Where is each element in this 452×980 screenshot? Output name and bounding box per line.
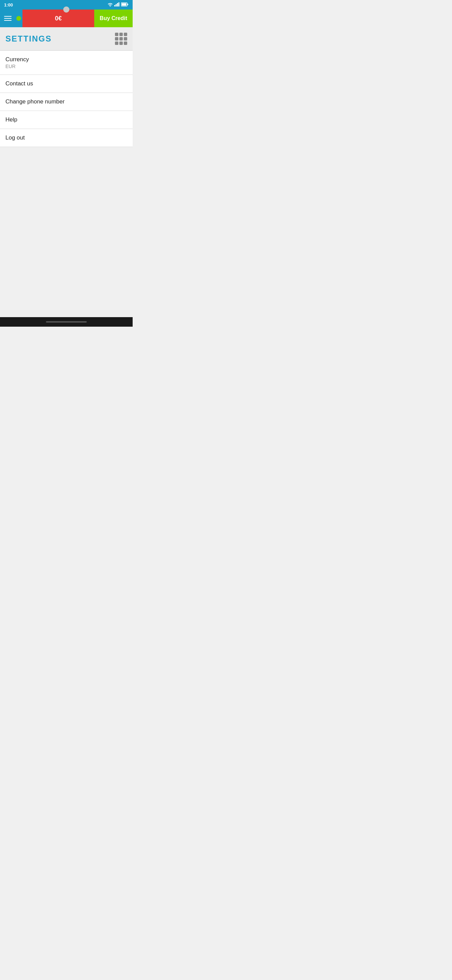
wifi-icon bbox=[108, 2, 113, 7]
settings-title: SETTINGS bbox=[5, 34, 52, 43]
status-dot bbox=[16, 16, 21, 21]
svg-rect-3 bbox=[118, 2, 119, 6]
empty-content-area bbox=[0, 147, 133, 317]
home-bar bbox=[46, 321, 87, 323]
help-label: Help bbox=[5, 116, 127, 123]
svg-rect-1 bbox=[116, 4, 117, 6]
grid-apps-icon[interactable] bbox=[115, 33, 127, 45]
signal-icon bbox=[114, 2, 120, 7]
contact-us-label: Contact us bbox=[5, 80, 127, 87]
svg-rect-5 bbox=[122, 3, 127, 6]
svg-rect-0 bbox=[114, 5, 115, 6]
hamburger-menu-button[interactable] bbox=[0, 13, 16, 24]
credit-amount-display: 0€ bbox=[22, 10, 94, 27]
buy-credit-button[interactable]: Buy Credit bbox=[94, 10, 133, 27]
currency-value: EUR bbox=[5, 64, 127, 69]
change-phone-label: Change phone number bbox=[5, 98, 127, 105]
settings-item-change-phone[interactable]: Change phone number bbox=[0, 93, 133, 111]
status-time: 1:00 bbox=[4, 2, 13, 8]
hamburger-line-2 bbox=[4, 18, 11, 19]
svg-rect-6 bbox=[127, 4, 128, 5]
log-out-label: Log out bbox=[5, 134, 127, 141]
battery-icon bbox=[121, 2, 128, 7]
home-indicator bbox=[0, 317, 133, 327]
status-icons bbox=[108, 2, 128, 7]
nav-circle-indicator bbox=[63, 6, 70, 13]
currency-label: Currency bbox=[5, 56, 127, 63]
hamburger-line-1 bbox=[4, 16, 11, 17]
top-nav: 0€ Buy Credit bbox=[0, 10, 133, 27]
settings-item-contact-us[interactable]: Contact us bbox=[0, 75, 133, 93]
settings-header: SETTINGS bbox=[0, 27, 133, 51]
settings-item-help[interactable]: Help bbox=[0, 111, 133, 129]
settings-item-log-out[interactable]: Log out bbox=[0, 129, 133, 147]
settings-list: Currency EUR Contact us Change phone num… bbox=[0, 51, 133, 147]
settings-item-currency[interactable]: Currency EUR bbox=[0, 51, 133, 75]
svg-rect-2 bbox=[117, 3, 118, 6]
hamburger-line-3 bbox=[4, 20, 11, 21]
